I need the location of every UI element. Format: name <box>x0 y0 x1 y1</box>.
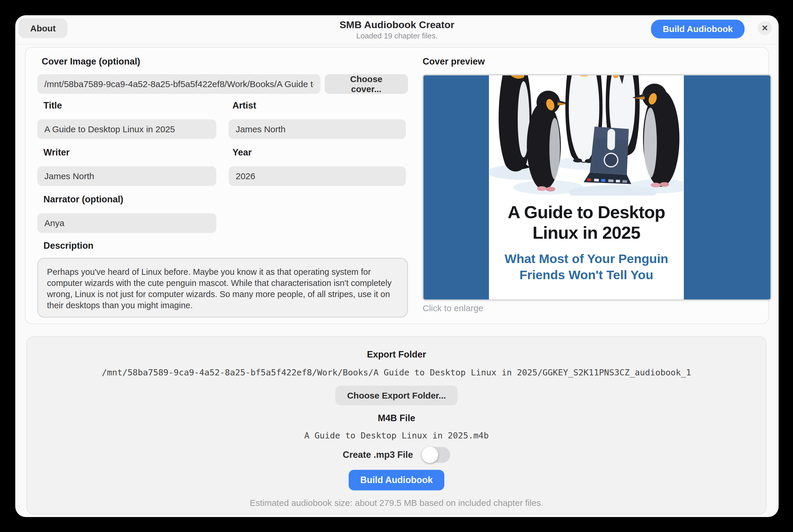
narrator-input[interactable] <box>37 213 216 233</box>
export-folder-label: Export Folder <box>367 349 426 360</box>
cover-book-title: A Guide to Desktop Linux in 2025 <box>508 202 665 243</box>
cover-image-label: Cover Image (optional) <box>42 56 140 67</box>
m4b-filename: A Guide to Desktop Linux in 2025.m4b <box>305 431 489 440</box>
cover-preview-image[interactable]: A Guide to Desktop Linux in 2025 What Mo… <box>422 74 772 301</box>
narrator-label: Narrator (optional) <box>43 194 123 205</box>
writer-label: Writer <box>43 147 70 158</box>
status-text: Loaded 19 chapter files. <box>356 31 438 40</box>
cover-book-subtitle: What Most of Your Penguin Friends Won't … <box>504 251 668 283</box>
cover-left-bar <box>424 75 489 300</box>
m4b-file-label: M4B File <box>378 413 415 423</box>
cover-image-path-input[interactable] <box>37 74 320 94</box>
app-title: SMB Audiobook Creator <box>339 19 455 31</box>
mp3-toggle-knob <box>422 446 438 463</box>
cover-center: A Guide to Desktop Linux in 2025 What Mo… <box>489 75 684 300</box>
description-textarea[interactable]: Perhaps you've heard of Linux before. Ma… <box>37 258 408 318</box>
export-folder-path: /mnt/58ba7589-9ca9-4a52-8a25-bf5a5f422ef… <box>102 367 691 377</box>
close-icon[interactable]: ✕ <box>758 21 772 35</box>
writer-input[interactable] <box>37 166 216 186</box>
cover-right-bar <box>684 75 770 300</box>
click-to-enlarge-hint: Click to enlarge <box>423 303 483 313</box>
title-label: Title <box>43 100 62 111</box>
build-audiobook-button-top[interactable]: Build Audiobook <box>651 20 744 38</box>
mp3-toggle-switch[interactable] <box>422 447 450 463</box>
penguins-laptop-illustration <box>490 75 683 196</box>
artist-input[interactable] <box>228 119 406 139</box>
about-button[interactable]: About <box>18 18 68 38</box>
mp3-toggle-row: Create .mp3 File <box>343 447 450 463</box>
header-bar: About SMB Audiobook Creator Loaded 19 ch… <box>15 15 779 44</box>
year-input[interactable] <box>228 166 406 186</box>
estimated-size-text: Estimated audiobook size: about 279.5 MB… <box>250 498 543 508</box>
export-panel: Export Folder /mnt/58ba7589-9ca9-4a52-8a… <box>26 336 767 514</box>
build-audiobook-button-main[interactable]: Build Audiobook <box>349 470 445 490</box>
description-label: Description <box>43 241 94 251</box>
metadata-panel: Cover Image (optional) Choose cover... T… <box>25 47 769 324</box>
app-window: About SMB Audiobook Creator Loaded 19 ch… <box>15 15 779 517</box>
title-input[interactable] <box>37 119 216 139</box>
mp3-toggle-label: Create .mp3 File <box>343 450 413 460</box>
choose-export-folder-button[interactable]: Choose Export Folder... <box>335 386 458 405</box>
year-label: Year <box>233 147 252 158</box>
artist-label: Artist <box>233 100 256 111</box>
cover-preview-label: Cover preview <box>423 56 485 67</box>
choose-cover-button[interactable]: Choose cover... <box>325 74 408 94</box>
penguin-1 <box>499 75 532 172</box>
